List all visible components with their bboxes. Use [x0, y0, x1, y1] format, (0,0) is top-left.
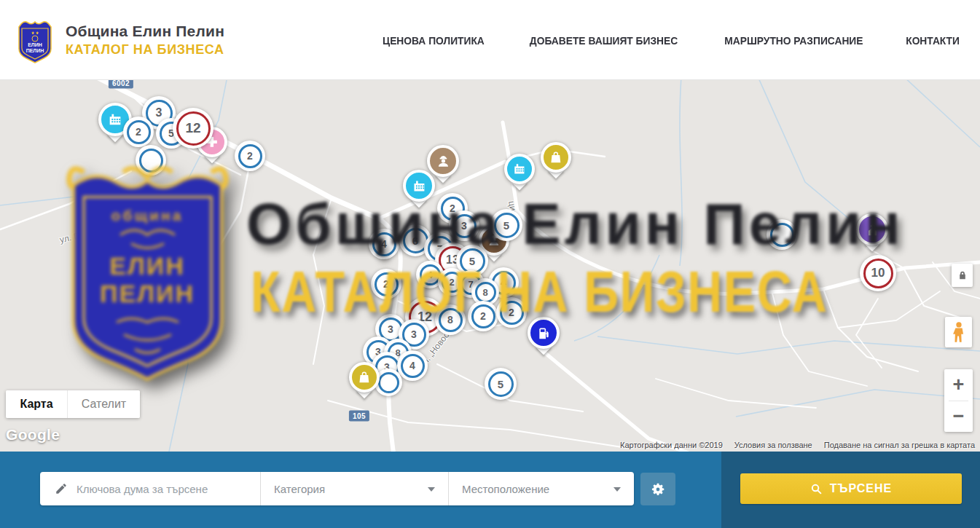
map-type-satellite-button[interactable]: Сателит — [67, 390, 140, 418]
shopping-bag-pin[interactable] — [349, 362, 380, 393]
google-logo[interactable]: Google — [6, 426, 60, 444]
factory-icon — [504, 154, 535, 184]
road-number-badge: 6002 — [109, 80, 133, 89]
map-copyright: Картографски данни ©2019 — [620, 441, 723, 449]
search-input-group: Категория Местоположение — [40, 472, 634, 505]
svg-text:ЕЛИН: ЕЛИН — [28, 42, 42, 47]
chevron-down-icon — [614, 487, 621, 492]
page: ⚜ ⚜ ЕЛИН ПЕЛИН Община Елин Пелин КАТАЛОГ… — [0, 0, 980, 528]
keyword-section — [40, 472, 261, 505]
pegman-button[interactable] — [945, 317, 972, 347]
cluster-marker[interactable]: 3 — [449, 210, 479, 241]
cluster-marker[interactable]: 5 — [485, 368, 517, 400]
municipality-crest-icon: ⚜ ⚜ ЕЛИН ПЕЛИН — [16, 17, 54, 63]
cluster-marker[interactable]: 2 — [123, 117, 154, 147]
cluster-count: 4 — [401, 354, 425, 378]
nav-item-2[interactable]: МАРШРУТНО РАЗПИСАНИЕ — [724, 34, 863, 47]
factory-pin[interactable] — [504, 154, 535, 184]
advanced-settings-button[interactable] — [640, 473, 675, 505]
factory-icon — [403, 170, 435, 202]
padlock-icon — [957, 269, 968, 281]
cluster-marker[interactable] — [767, 219, 797, 250]
cluster-count: 8 — [475, 282, 496, 303]
map-canvas[interactable]: 3251222354671354274821282233383451060021… — [0, 80, 980, 452]
category-value: Категория — [274, 483, 325, 495]
cluster-marker[interactable]: 2 — [496, 297, 527, 328]
cluster-count: 4 — [372, 232, 396, 256]
cluster-count: 10 — [863, 259, 893, 288]
nav-item-0[interactable]: ЦЕНОВА ПОЛИТИКА — [383, 34, 485, 47]
cluster-count: 2 — [375, 272, 399, 296]
main-nav: ЦЕНОВА ПОЛИТИКАДОБАВЕТЕ ВАШИЯТ БИЗНЕСМАР… — [378, 0, 962, 80]
church-pin[interactable] — [856, 213, 888, 245]
shopping-bag-pin[interactable] — [541, 142, 571, 173]
map-attribution: Картографски данни ©2019 Условия за полз… — [620, 441, 975, 449]
search-button-label: ТЪРСЕНЕ — [830, 482, 892, 495]
cluster-marker[interactable]: 2 — [468, 301, 498, 331]
street-label: ул. Преслав — [59, 224, 109, 245]
nav-item-3[interactable]: КОНТАКТИ — [906, 34, 960, 47]
cluster-count — [770, 223, 794, 247]
cluster-count: 5 — [488, 371, 514, 397]
map-type-control: Карта Сателит — [6, 390, 140, 418]
gear-icon — [650, 481, 666, 497]
cluster-marker[interactable]: 12 — [173, 108, 213, 149]
search-button[interactable]: ТЪРСЕНЕ — [740, 473, 962, 504]
cluster-marker[interactable]: 4 — [397, 350, 428, 381]
fuel-pin[interactable] — [528, 317, 560, 349]
cluster-marker[interactable]: 2 — [235, 141, 265, 171]
zoom-out-button[interactable]: − — [944, 401, 973, 433]
cluster-count: 8 — [439, 308, 463, 332]
cluster-marker[interactable]: 10 — [860, 255, 896, 291]
map-type-map-button[interactable]: Карта — [6, 390, 67, 418]
shopping-bag-icon — [349, 362, 380, 393]
cluster-count — [139, 149, 163, 173]
cluster-marker[interactable]: 8 — [435, 304, 466, 335]
header: ⚜ ⚜ ЕЛИН ПЕЛИН Община Елин Пелин КАТАЛОГ… — [0, 0, 980, 80]
road-number-badge: 105 — [349, 411, 369, 422]
location-dropdown[interactable]: Местоположение — [449, 472, 634, 505]
site-title: Община Елин Пелин — [66, 23, 224, 40]
site-logo[interactable]: ⚜ ⚜ ЕЛИН ПЕЛИН Община Елин Пелин КАТАЛОГ… — [16, 17, 224, 63]
factory-pin[interactable] — [403, 170, 435, 202]
markers-layer: 3251222354671354274821282233383451060021… — [0, 80, 980, 452]
zoom-control: + − — [944, 369, 973, 432]
cluster-marker[interactable]: 2 — [371, 269, 401, 299]
church-icon — [856, 213, 888, 245]
report-error-link[interactable]: Подаване на сигнал за грешка в картата — [824, 441, 975, 449]
pegman-icon — [951, 321, 967, 343]
site-title-block: Община Елин Пелин КАТАЛОГ НА БИЗНЕСА — [66, 23, 224, 58]
cluster-marker[interactable]: 5 — [490, 209, 522, 241]
cluster-count: 2 — [238, 144, 262, 168]
cluster-count: 2 — [500, 301, 524, 325]
site-subtitle: КАТАЛОГ НА БИЗНЕСА — [66, 42, 224, 58]
shopping-bag-icon — [541, 142, 571, 173]
cluster-count: 2 — [127, 120, 151, 144]
cluster-count: 5 — [494, 213, 520, 238]
cluster-count: 2 — [471, 304, 495, 328]
cluster-count: 3 — [452, 214, 477, 238]
cluster-marker[interactable] — [136, 145, 166, 176]
zoom-in-button[interactable]: + — [944, 369, 973, 401]
fuel-icon — [528, 317, 560, 349]
cluster-count — [378, 372, 399, 393]
keyword-search-input[interactable] — [77, 483, 260, 495]
search-bar: Категория Местоположение ТЪРСЕНЕ — [0, 452, 980, 528]
lock-button[interactable] — [952, 264, 973, 287]
chevron-down-icon — [428, 487, 435, 492]
nav-item-1[interactable]: ДОБАВЕТЕ ВАШИЯТ БИЗНЕС — [530, 34, 678, 47]
cluster-count: 12 — [176, 111, 211, 146]
cluster-marker[interactable]: 4 — [369, 229, 399, 259]
search-icon — [810, 483, 823, 495]
category-dropdown[interactable]: Категория — [261, 472, 449, 505]
location-value: Местоположение — [462, 483, 549, 495]
pencil-icon — [55, 482, 68, 495]
svg-text:ПЕЛИН: ПЕЛИН — [26, 48, 44, 53]
terms-link[interactable]: Условия за ползване — [734, 441, 812, 449]
svg-text:⚜ ⚜: ⚜ ⚜ — [31, 31, 39, 35]
